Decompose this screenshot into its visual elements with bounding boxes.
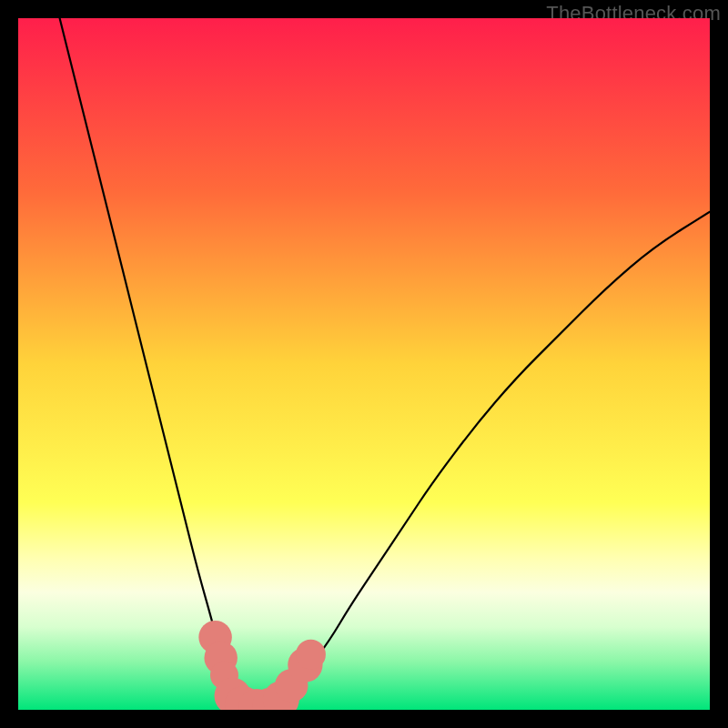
chart-frame <box>18 18 710 710</box>
chart-background <box>18 18 710 710</box>
chart-svg <box>18 18 710 710</box>
marker-dot <box>296 640 326 670</box>
